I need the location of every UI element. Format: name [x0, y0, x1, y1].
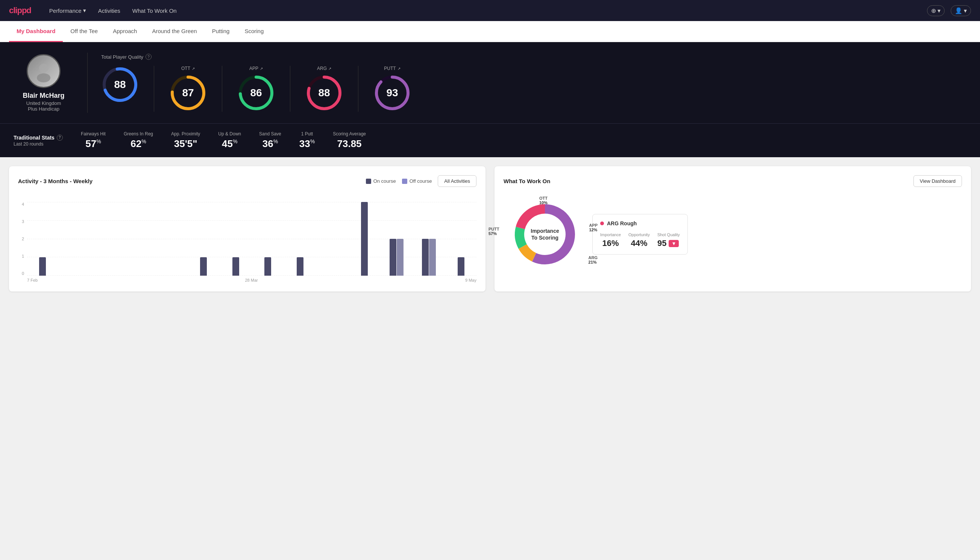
bar-group — [27, 257, 58, 276]
bar-group — [446, 257, 477, 276]
what-to-work-on-card: What To Work On View Dashboard Importanc… — [494, 166, 971, 292]
ott-tag: OTT ↗ — [181, 66, 195, 71]
tab-off-the-tee[interactable]: Off the Tee — [63, 21, 105, 42]
bar-group — [60, 275, 91, 276]
bar-group — [188, 257, 219, 276]
wtwo-card-title: What To Work On — [504, 178, 550, 184]
donut-chart: Importance To Scoring OTT10% APP12% ARG2… — [504, 193, 586, 276]
score-arg: ARG ↗ 88 — [290, 66, 358, 112]
wtwo-card-header: What To Work On View Dashboard — [504, 175, 962, 187]
stat-fairways-hit: Fairways Hit 57% — [81, 131, 106, 150]
hero-inner: Blair McHarg United Kingdom Plus Handica… — [13, 53, 967, 113]
activity-card: Activity - 3 Months - Weekly On course O… — [9, 166, 486, 292]
bar-oncourse — [458, 257, 464, 276]
nav-what-to-work-on[interactable]: What To Work On — [132, 6, 177, 15]
donut-label-arg: ARG21% — [589, 255, 597, 264]
x-label: 7 Feb — [27, 278, 38, 282]
tab-bar: My Dashboard Off the Tee Approach Around… — [0, 21, 980, 42]
view-dashboard-button[interactable]: View Dashboard — [913, 175, 962, 187]
arg-score-value: 88 — [318, 87, 330, 99]
score-circles: 88 OTT ↗ 87 — [101, 66, 967, 112]
all-activities-button[interactable]: All Activities — [438, 175, 476, 187]
x-label: 9 May — [465, 278, 476, 282]
bar-oncourse — [265, 257, 271, 276]
bar-oncourse — [39, 257, 46, 276]
bar-oncourse — [200, 257, 207, 276]
score-main: 88 — [101, 66, 154, 112]
legend-oncourse-box — [366, 178, 371, 184]
bars-area — [27, 202, 476, 276]
bar-oncourse — [297, 257, 303, 276]
svg-point-0 — [39, 63, 48, 73]
user-menu[interactable]: 👤 ▾ — [951, 5, 971, 16]
tab-around-the-green[interactable]: Around the Green — [145, 21, 204, 42]
putt-circle: 93 — [373, 74, 411, 112]
divider — [87, 53, 88, 113]
bar-group — [285, 257, 316, 276]
score-putt: PUTT ↗ 93 — [358, 66, 426, 112]
app-logo[interactable]: clippd — [9, 6, 31, 15]
bar-offcourse — [429, 239, 436, 276]
detail-dot — [600, 222, 604, 225]
hero-section: Blair McHarg United Kingdom Plus Handica… — [0, 42, 980, 123]
tab-approach[interactable]: Approach — [105, 21, 145, 42]
profile-name: Blair McHarg — [23, 92, 64, 100]
nav-performance[interactable]: Performance ▾ — [49, 6, 86, 15]
donut-segment — [516, 204, 545, 229]
arg-circle: 88 — [305, 74, 343, 112]
bar-oncourse — [389, 239, 396, 276]
tab-scoring[interactable]: Scoring — [237, 21, 271, 42]
nav-right: ⊕ ▾ 👤 ▾ — [927, 5, 971, 16]
profile-section: Blair McHarg United Kingdom Plus Handica… — [13, 54, 74, 112]
shot-quality-badge: ▼ — [669, 240, 679, 247]
total-player-quality-label: Total Player Quality ? — [101, 54, 967, 60]
bar-offcourse — [397, 239, 404, 276]
help-icon[interactable]: ? — [146, 54, 151, 60]
main-score-value: 88 — [114, 78, 126, 91]
stat-greens-in-reg: Greens In Reg 62% — [124, 131, 153, 150]
stat-up-down: Up & Down 45% — [218, 131, 241, 150]
traditional-stats: Traditional Stats ? Last 20 rounds Fairw… — [0, 123, 980, 157]
tab-putting[interactable]: Putting — [205, 21, 237, 42]
ott-score-value: 87 — [182, 87, 194, 99]
add-button[interactable]: ⊕ ▾ — [927, 5, 945, 16]
bar-group — [124, 275, 155, 276]
app-score-value: 86 — [250, 87, 262, 99]
putt-score-value: 93 — [386, 87, 398, 99]
donut-label-putt: PUTT57% — [489, 227, 499, 236]
legend-offcourse: Off course — [402, 178, 432, 184]
bar-group — [413, 239, 444, 276]
score-app: APP ↗ 86 — [222, 66, 290, 112]
donut-center-label: Importance To Scoring — [531, 228, 559, 241]
donut-label-ott: OTT10% — [539, 196, 547, 205]
tab-my-dashboard[interactable]: My Dashboard — [9, 21, 63, 42]
profile-handicap: Plus Handicap — [28, 106, 60, 112]
stat-one-putt: 1 Putt 33% — [299, 131, 315, 150]
detail-importance: Importance 16% — [600, 232, 621, 248]
main-content: Activity - 3 Months - Weekly On course O… — [0, 157, 980, 300]
app-circle: 86 — [237, 74, 275, 112]
ott-circle: 87 — [169, 74, 207, 112]
detail-metrics: Importance 16% Opportunity 44% Shot Qual… — [600, 232, 680, 248]
main-circle: 88 — [101, 66, 139, 103]
profile-country: United Kingdom — [26, 100, 61, 106]
trad-stats-sublabel: Last 20 rounds — [13, 142, 63, 147]
bar-chart: 01234 — [18, 193, 476, 276]
svg-point-1 — [37, 73, 50, 82]
stat-app-proximity: App. Proximity 35'5" — [171, 131, 200, 150]
detail-shot-quality: Shot Quality 95 ▼ — [657, 232, 680, 248]
bar-group — [381, 239, 412, 276]
scores-section: Total Player Quality ? 88 — [101, 54, 967, 112]
score-ott: OTT ↗ 87 — [154, 66, 222, 112]
trad-stats-label: Traditional Stats ? Last 20 rounds — [13, 135, 63, 147]
bar-oncourse — [232, 257, 239, 276]
donut-label-app: APP12% — [589, 223, 597, 232]
bar-group — [349, 202, 380, 276]
bar-oncourse — [361, 202, 368, 276]
nav-activities[interactable]: Activities — [98, 6, 120, 15]
bar-group — [92, 275, 123, 276]
app-tag: APP ↗ — [249, 66, 263, 71]
avatar — [27, 54, 60, 88]
trad-help-icon[interactable]: ? — [57, 135, 63, 141]
detail-opportunity: Opportunity 44% — [628, 232, 650, 248]
